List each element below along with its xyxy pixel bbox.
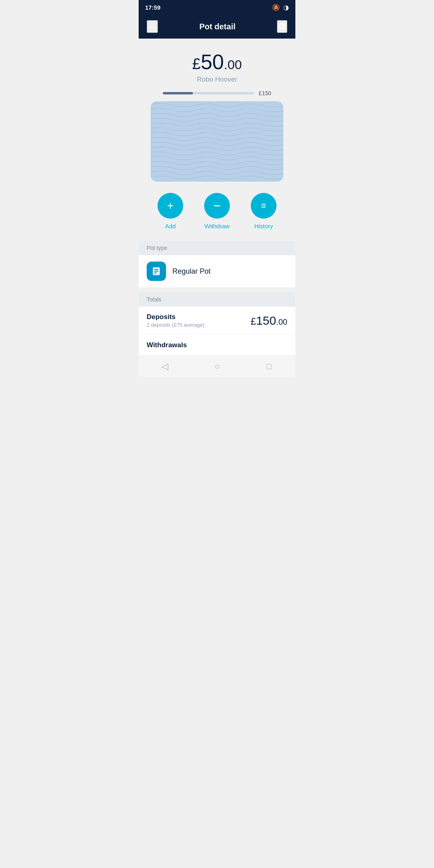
status-bar: 17:59 🔕 ◑	[139, 0, 295, 14]
withdraw-button-group: − Withdraw	[204, 193, 230, 229]
action-buttons: + Add − Withdraw ≡ History	[139, 193, 295, 241]
add-label: Add	[165, 223, 176, 229]
amount-currency: £	[192, 55, 201, 72]
totals-section-header: Totals	[139, 292, 295, 307]
svg-rect-2	[154, 269, 159, 270]
pot-type-row: Regular Pot	[139, 255, 295, 287]
deposits-whole: 150	[256, 314, 276, 327]
withdraw-label: Withdraw	[205, 223, 230, 229]
pot-type-icon	[147, 262, 166, 281]
settings-button[interactable]: ⚙	[277, 20, 287, 33]
deposits-amount: £150.00	[251, 314, 287, 328]
withdraw-button[interactable]: −	[204, 193, 230, 219]
back-button[interactable]: ←	[147, 20, 158, 33]
pot-card	[151, 101, 283, 182]
svg-rect-4	[154, 272, 157, 273]
withdrawals-label: Withdrawals	[147, 341, 187, 349]
top-nav: ← Pot detail ⚙	[139, 14, 295, 39]
deposits-label-sub: 2 deposits (£75 average)	[147, 322, 205, 328]
nav-back-button[interactable]: ◁	[153, 358, 177, 375]
deposits-decimals: .00	[276, 317, 287, 326]
history-button[interactable]: ≡	[251, 193, 276, 219]
pot-name: Robo Hoover	[192, 76, 242, 84]
status-time: 17:59	[145, 4, 160, 11]
amount-whole: 50	[201, 50, 224, 74]
progress-target: £150	[259, 90, 271, 96]
add-button-group: + Add	[158, 193, 183, 229]
progress-bar-track	[163, 92, 254, 94]
history-button-group: ≡ History	[251, 193, 276, 229]
add-button[interactable]: +	[158, 193, 183, 219]
withdrawals-row: Withdrawals	[139, 335, 295, 356]
progress-bar-fill	[163, 92, 193, 94]
pot-amount: £50.00	[192, 51, 242, 72]
nav-recent-button[interactable]: □	[257, 358, 281, 375]
pot-type-section-header: Pot type	[139, 241, 295, 255]
nav-home-button[interactable]: ○	[205, 358, 229, 375]
signal-icon: ◑	[283, 4, 289, 11]
status-icons: 🔕 ◑	[272, 4, 289, 11]
totals-section: Totals Deposits 2 deposits (£75 average)…	[139, 292, 295, 356]
notification-muted-icon: 🔕	[272, 4, 280, 11]
progress-section: £150	[139, 90, 295, 96]
svg-rect-3	[154, 271, 159, 272]
pot-type-label: Regular Pot	[172, 267, 211, 276]
main-content: £50.00 Robo Hoover £150	[139, 39, 295, 356]
deposits-row: Deposits 2 deposits (£75 average) £150.0…	[139, 307, 295, 335]
page-title: Pot detail	[199, 22, 235, 31]
deposits-currency: £	[251, 316, 256, 327]
bottom-nav: ◁ ○ □	[139, 356, 295, 377]
amount-decimals: .00	[224, 57, 242, 72]
deposits-label-main: Deposits	[147, 313, 205, 321]
history-label: History	[254, 223, 273, 229]
svg-rect-0	[151, 101, 283, 182]
deposits-label: Deposits 2 deposits (£75 average)	[147, 313, 205, 328]
amount-section: £50.00 Robo Hoover	[184, 39, 250, 90]
